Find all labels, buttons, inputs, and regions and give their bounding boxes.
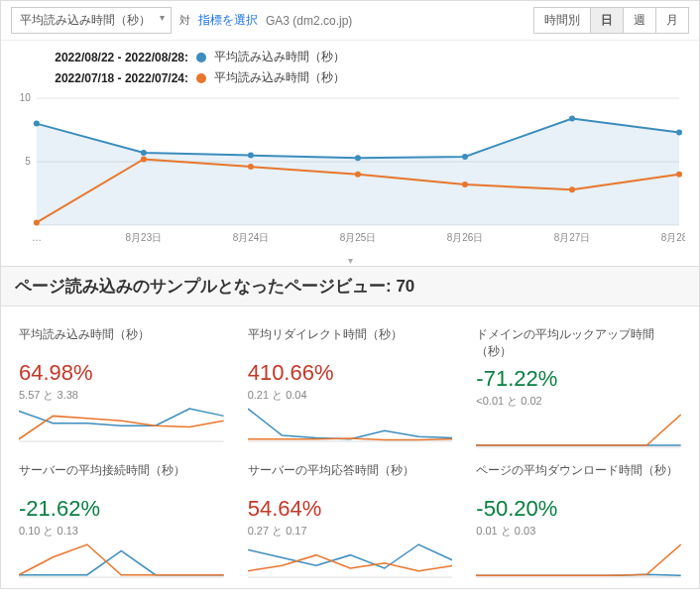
svg-point-20 [141, 156, 147, 162]
sparkline [476, 543, 681, 578]
card-title: サーバーの平均接続時間（秒） [19, 462, 224, 490]
svg-text:8月23日: 8月23日 [126, 232, 163, 243]
sparkline [19, 407, 224, 442]
svg-point-15 [355, 155, 361, 161]
vs-label: 対 [179, 13, 190, 28]
legend-range-current: 2022/08/22 - 2022/08/28: [15, 51, 188, 64]
svg-point-13 [141, 150, 147, 156]
card-percent: -21.62% [19, 496, 224, 522]
card-subtext: 0.10 と 0.13 [19, 524, 224, 539]
metric-card[interactable]: 平均読み込み時間（秒）64.98%5.57 と 3.38 [7, 316, 236, 452]
headline-prefix: ページ読み込みのサンプルとなったページビュー: [15, 277, 396, 296]
card-subtext: 0.27 と 0.17 [248, 524, 453, 539]
granularity-day[interactable]: 日 [591, 8, 624, 33]
card-subtext: <0.01 と 0.02 [476, 394, 681, 409]
card-title: ドメインの平均ルックアップ時間（秒） [476, 326, 681, 360]
legend-range-prev: 2022/07/18 - 2022/07/24: [15, 71, 188, 85]
select-metric-link[interactable]: 指標を選択 [198, 12, 258, 29]
main-chart: 510…8月23日8月24日8月25日8月26日8月27日8月28日 [1, 90, 699, 255]
metric-card[interactable]: サーバーの平均応答時間（秒）54.64%0.27 と 0.17 [236, 452, 465, 582]
svg-text:8月28日: 8月28日 [661, 232, 685, 243]
sparkline [248, 543, 453, 578]
card-percent: 64.98% [19, 360, 224, 386]
card-title: 平均読み込み時間（秒） [19, 326, 224, 354]
card-title: ページの平均ダウンロード時間（秒） [476, 462, 681, 490]
card-percent: -50.20% [476, 496, 681, 522]
headline-value: 70 [396, 277, 414, 296]
card-subtext: 5.57 と 3.38 [19, 388, 224, 403]
legend-series-current: 平均読み込み時間（秒） [214, 49, 345, 65]
granularity-month[interactable]: 月 [656, 8, 688, 33]
svg-text:8月24日: 8月24日 [233, 232, 270, 243]
metric-cards: 平均読み込み時間（秒）64.98%5.57 と 3.38平均リダイレクト時間（秒… [1, 306, 699, 588]
legend-series-prev: 平均読み込み時間（秒） [214, 69, 345, 86]
svg-point-23 [462, 182, 468, 187]
granularity-hour[interactable]: 時間別 [534, 8, 591, 33]
svg-point-24 [569, 186, 575, 192]
card-percent: 410.66% [248, 360, 453, 386]
card-percent: -71.22% [476, 366, 681, 392]
metric-select[interactable]: 平均読み込み時間（秒） [11, 7, 172, 34]
svg-text:5: 5 [25, 156, 31, 167]
metric-card[interactable]: ページの平均ダウンロード時間（秒）-50.20%0.01 と 0.03 [464, 452, 693, 582]
legend: 2022/08/22 - 2022/08/28: 平均読み込み時間（秒） 202… [1, 41, 699, 86]
card-subtext: 0.21 と 0.04 [248, 388, 453, 403]
metric-card[interactable]: 平均リダイレクト時間（秒）410.66%0.21 と 0.04 [236, 316, 465, 452]
granularity-group: 時間別 日 週 月 [533, 7, 689, 34]
svg-point-19 [34, 219, 40, 225]
card-percent: 54.64% [248, 496, 453, 522]
svg-point-22 [355, 172, 361, 178]
svg-text:8月25日: 8月25日 [340, 232, 377, 243]
expand-handle-icon[interactable]: ▾ [1, 255, 699, 266]
svg-text:8月26日: 8月26日 [447, 232, 484, 243]
svg-point-16 [462, 154, 468, 160]
svg-text:8月27日: 8月27日 [554, 232, 591, 243]
card-title: サーバーの平均応答時間（秒） [248, 462, 453, 490]
svg-point-18 [676, 130, 682, 136]
headline-bar: ページ読み込みのサンプルとなったページビュー: 70 [1, 266, 699, 306]
metric-card[interactable]: サーバーの平均接続時間（秒）-21.62%0.10 と 0.13 [7, 452, 236, 582]
svg-text:…: … [32, 232, 42, 243]
card-subtext: 0.01 と 0.03 [476, 524, 681, 539]
sparkline [248, 407, 453, 442]
granularity-week[interactable]: 週 [624, 8, 656, 33]
svg-point-17 [569, 115, 575, 121]
sparkline [19, 543, 224, 578]
svg-text:10: 10 [20, 92, 32, 103]
swatch-blue-icon [196, 53, 206, 62]
card-title: 平均リダイレクト時間（秒） [248, 326, 453, 354]
sparkline [476, 413, 681, 448]
svg-point-25 [676, 172, 682, 178]
swatch-orange-icon [196, 73, 206, 83]
metric-card[interactable]: ドメインの平均ルックアップ時間（秒）-71.22%<0.01 と 0.02 [464, 316, 693, 452]
data-source-label: GA3 (dm2.co.jp) [266, 14, 352, 28]
svg-point-14 [248, 153, 254, 159]
svg-point-12 [34, 121, 40, 127]
svg-point-21 [248, 164, 254, 170]
toolbar: 平均読み込み時間（秒） 対 指標を選択 GA3 (dm2.co.jp) 時間別 … [1, 1, 699, 41]
